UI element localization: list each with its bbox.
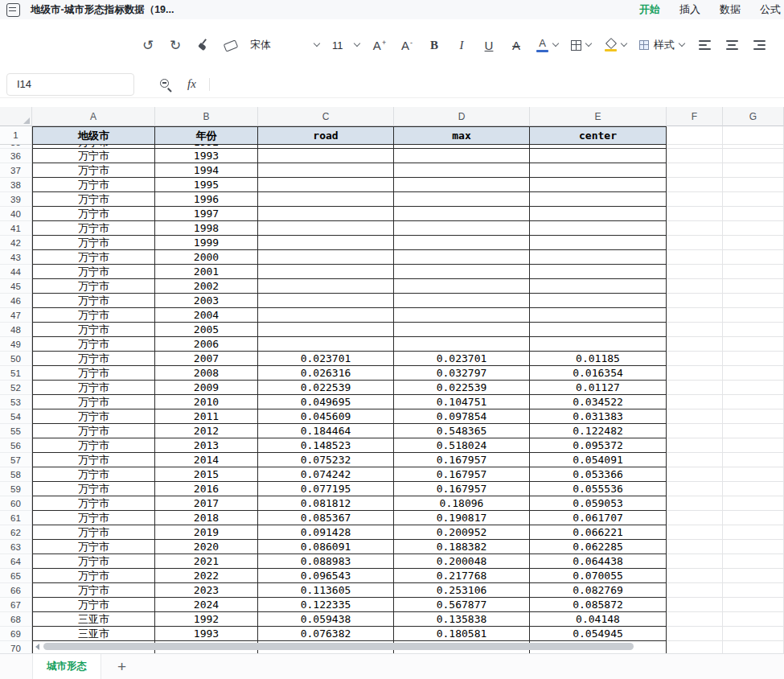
cell-center[interactable]: [530, 279, 667, 294]
cell-empty-f[interactable]: [667, 337, 723, 352]
cell-empty-f[interactable]: [667, 540, 723, 554]
cell-max[interactable]: 0.188382: [394, 540, 530, 554]
cell-max[interactable]: 0.167957: [394, 453, 530, 467]
cell-road[interactable]: [258, 178, 394, 192]
cell-year[interactable]: 2014: [155, 453, 258, 467]
cell-empty-f[interactable]: [667, 583, 723, 598]
cell-road[interactable]: [258, 192, 394, 207]
cell-center[interactable]: 0.095372: [530, 438, 667, 453]
cell-center[interactable]: [530, 149, 667, 163]
cell-city[interactable]: 万宁市: [32, 482, 155, 496]
row-number[interactable]: 55: [0, 424, 32, 438]
cell-road[interactable]: 0.076382: [258, 627, 394, 641]
cell-city[interactable]: 万宁市: [32, 337, 155, 352]
cell-empty-g[interactable]: [723, 265, 784, 279]
cell-empty-f[interactable]: [667, 308, 723, 323]
cell-max[interactable]: 0.097854: [394, 409, 530, 424]
italic-button[interactable]: I: [454, 35, 469, 56]
select-all-corner[interactable]: [0, 107, 32, 126]
cell-center[interactable]: [530, 178, 667, 192]
cell-city[interactable]: 万宁市: [32, 221, 155, 236]
cell-empty-g[interactable]: [723, 438, 784, 453]
cell-max[interactable]: 0.200048: [394, 554, 530, 569]
cell-empty-g[interactable]: [723, 192, 784, 207]
row-number[interactable]: 40: [0, 207, 32, 221]
format-painter-button[interactable]: [195, 35, 210, 56]
cell-city[interactable]: 万宁市: [32, 598, 155, 612]
cell-max[interactable]: 0.104751: [394, 395, 530, 409]
cell-empty-f[interactable]: [667, 207, 723, 221]
row-number[interactable]: 46: [0, 294, 32, 308]
row-number[interactable]: 48: [0, 323, 32, 337]
header-cell-max[interactable]: max: [394, 126, 530, 145]
cell-center[interactable]: [530, 236, 667, 250]
cell-max[interactable]: 0.032797: [394, 366, 530, 381]
cell-city[interactable]: 万宁市: [32, 511, 155, 525]
cell-road[interactable]: 0.059438: [258, 612, 394, 627]
cell-max[interactable]: 0.022539: [394, 381, 530, 395]
cell-center[interactable]: [530, 265, 667, 279]
cell-center[interactable]: [530, 294, 667, 308]
cell-road[interactable]: 0.091428: [258, 525, 394, 540]
cell-center[interactable]: 0.122482: [530, 424, 667, 438]
cell-max[interactable]: [394, 250, 530, 265]
cell-empty-f[interactable]: [667, 511, 723, 525]
cell-empty-f[interactable]: [667, 178, 723, 192]
tab-data[interactable]: 数据: [720, 2, 741, 17]
row-number[interactable]: 68: [0, 612, 32, 627]
row-number[interactable]: 59: [0, 482, 32, 496]
cell-city[interactable]: 万宁市: [32, 236, 155, 250]
cell-empty-g[interactable]: [723, 395, 784, 409]
increase-font-button[interactable]: A+: [372, 35, 387, 56]
cell-year[interactable]: 2019: [155, 525, 258, 540]
row-number[interactable]: 42: [0, 236, 32, 250]
cell-road[interactable]: 0.023701: [258, 352, 394, 366]
cell-empty-g[interactable]: [723, 424, 784, 438]
cell-empty-g[interactable]: [723, 482, 784, 496]
cell-road[interactable]: [258, 207, 394, 221]
eraser-button[interactable]: [223, 35, 237, 56]
add-sheet-button[interactable]: +: [117, 659, 126, 674]
cell-year[interactable]: 2015: [155, 467, 258, 482]
scroll-left-icon[interactable]: [35, 644, 39, 650]
cell-center[interactable]: [530, 337, 667, 352]
cell-center[interactable]: [530, 207, 667, 221]
cell-city[interactable]: 万宁市: [32, 467, 155, 482]
cell-empty-g[interactable]: [723, 279, 784, 294]
cell-center[interactable]: [530, 163, 667, 178]
row-number[interactable]: 53: [0, 395, 32, 409]
header-cell-city[interactable]: 地级市: [32, 126, 155, 145]
cell-year[interactable]: 2009: [155, 381, 258, 395]
cell-max[interactable]: [394, 337, 530, 352]
cell-road[interactable]: [258, 294, 394, 308]
cell-city[interactable]: 万宁市: [32, 496, 155, 511]
row-number[interactable]: 62: [0, 525, 32, 540]
cell-max[interactable]: [394, 308, 530, 323]
cell-city[interactable]: 万宁市: [32, 438, 155, 453]
cell-max[interactable]: 0.023701: [394, 352, 530, 366]
cell-city[interactable]: 万宁市: [32, 453, 155, 467]
cell-empty-f[interactable]: [667, 554, 723, 569]
cell-empty-g[interactable]: [723, 366, 784, 381]
cell-road[interactable]: 0.049695: [258, 395, 394, 409]
cell-empty-g[interactable]: [723, 236, 784, 250]
row-number[interactable]: 41: [0, 221, 32, 236]
cell-empty-f[interactable]: [667, 381, 723, 395]
cell-empty-g[interactable]: [723, 525, 784, 540]
cell-city[interactable]: 万宁市: [32, 381, 155, 395]
align-right-button[interactable]: [752, 35, 766, 56]
cell-year[interactable]: 2006: [155, 337, 258, 352]
cell-empty-f[interactable]: [667, 395, 723, 409]
cell-max[interactable]: 0.567877: [394, 598, 530, 612]
cell-city[interactable]: 万宁市: [32, 149, 155, 163]
cell-year[interactable]: 2001: [155, 265, 258, 279]
cell-empty-f[interactable]: [667, 482, 723, 496]
zoom-button[interactable]: [160, 79, 171, 90]
name-box[interactable]: I14: [6, 73, 134, 96]
cell-year[interactable]: 2013: [155, 438, 258, 453]
cell-empty-f[interactable]: [667, 250, 723, 265]
cell-year[interactable]: 2024: [155, 598, 258, 612]
cell-road[interactable]: [258, 250, 394, 265]
cell-max[interactable]: [394, 236, 530, 250]
cell-road[interactable]: 0.022539: [258, 381, 394, 395]
